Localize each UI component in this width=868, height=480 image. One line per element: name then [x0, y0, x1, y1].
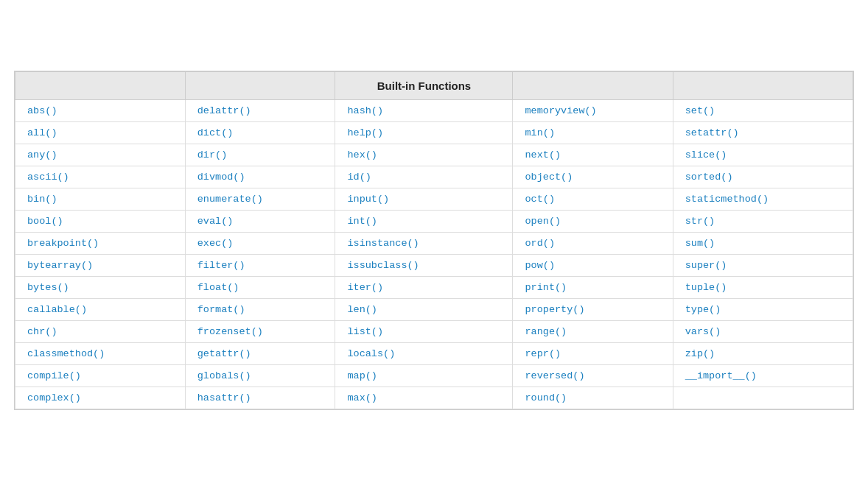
cell-r0-c4: set()	[673, 99, 853, 121]
cell-r7-c3: pow()	[513, 254, 673, 276]
cell-r4-c3: oct()	[513, 188, 673, 210]
cell-r12-c0: compile()	[15, 364, 186, 387]
cell-r7-c4: super()	[673, 254, 853, 276]
cell-r8-c1: float()	[185, 276, 335, 298]
cell-r12-c3: reversed()	[513, 364, 673, 387]
cell-r0-c3: memoryview()	[513, 99, 673, 121]
cell-r5-c0: bool()	[15, 210, 186, 232]
cell-r10-c2: list()	[335, 320, 513, 342]
cell-r6-c4: sum()	[673, 232, 853, 254]
table-row: bool()eval()int()open()str()	[15, 210, 853, 232]
cell-r8-c2: iter()	[335, 276, 513, 298]
cell-r5-c3: open()	[513, 210, 673, 232]
cell-r0-c2: hash()	[335, 99, 513, 121]
cell-r9-c4: type()	[673, 298, 853, 320]
cell-r7-c0: bytearray()	[15, 254, 186, 276]
cell-r2-c2: hex()	[335, 144, 513, 166]
builtin-functions-table: Built-in Functions abs()delattr()hash()m…	[14, 71, 854, 410]
cell-r11-c4: zip()	[673, 342, 853, 364]
table-row: abs()delattr()hash()memoryview()set()	[15, 99, 853, 121]
cell-r13-c4	[673, 387, 853, 409]
cell-r8-c3: print()	[513, 276, 673, 298]
table-row: all()dict()help()min()setattr()	[15, 121, 853, 144]
cell-r1-c4: setattr()	[673, 121, 853, 144]
cell-r1-c1: dict()	[185, 121, 335, 144]
cell-r13-c2: max()	[335, 387, 513, 409]
cell-r5-c1: eval()	[185, 210, 335, 232]
cell-r11-c0: classmethod()	[15, 342, 186, 364]
cell-r8-c0: bytes()	[15, 276, 186, 298]
table-row: chr()frozenset()list()range()vars()	[15, 320, 853, 342]
table-row: bytearray()filter()issubclass()pow()supe…	[15, 254, 853, 276]
cell-r12-c4: __import__()	[673, 364, 853, 387]
cell-r6-c3: ord()	[513, 232, 673, 254]
cell-r13-c3: round()	[513, 387, 673, 409]
cell-r4-c0: bin()	[15, 188, 186, 210]
header-col1	[15, 71, 186, 99]
table-row: bytes()float()iter()print()tuple()	[15, 276, 853, 298]
cell-r9-c0: callable()	[15, 298, 186, 320]
cell-r12-c2: map()	[335, 364, 513, 387]
table-row: bin()enumerate()input()oct()staticmethod…	[15, 188, 853, 210]
cell-r9-c1: format()	[185, 298, 335, 320]
cell-r2-c3: next()	[513, 144, 673, 166]
table-row: breakpoint()exec()isinstance()ord()sum()	[15, 232, 853, 254]
cell-r13-c0: complex()	[15, 387, 186, 409]
cell-r3-c2: id()	[335, 166, 513, 188]
table-row: classmethod()getattr()locals()repr()zip(…	[15, 342, 853, 364]
cell-r3-c1: divmod()	[185, 166, 335, 188]
table-header-row: Built-in Functions	[15, 71, 853, 99]
cell-r3-c4: sorted()	[673, 166, 853, 188]
cell-r4-c2: input()	[335, 188, 513, 210]
header-col5	[673, 71, 853, 99]
cell-r10-c0: chr()	[15, 320, 186, 342]
cell-r10-c1: frozenset()	[185, 320, 335, 342]
cell-r11-c3: repr()	[513, 342, 673, 364]
cell-r10-c4: vars()	[673, 320, 853, 342]
cell-r9-c2: len()	[335, 298, 513, 320]
cell-r0-c0: abs()	[15, 99, 186, 121]
table-row: complex()hasattr()max()round()	[15, 387, 853, 409]
cell-r5-c2: int()	[335, 210, 513, 232]
cell-r11-c1: getattr()	[185, 342, 335, 364]
table-row: compile()globals()map()reversed()__impor…	[15, 364, 853, 387]
cell-r5-c4: str()	[673, 210, 853, 232]
cell-r10-c3: range()	[513, 320, 673, 342]
header-title: Built-in Functions	[335, 71, 513, 99]
cell-r2-c4: slice()	[673, 144, 853, 166]
cell-r12-c1: globals()	[185, 364, 335, 387]
cell-r6-c0: breakpoint()	[15, 232, 186, 254]
table-row: callable()format()len()property()type()	[15, 298, 853, 320]
cell-r6-c2: isinstance()	[335, 232, 513, 254]
cell-r4-c1: enumerate()	[185, 188, 335, 210]
cell-r2-c1: dir()	[185, 144, 335, 166]
cell-r13-c1: hasattr()	[185, 387, 335, 409]
cell-r11-c2: locals()	[335, 342, 513, 364]
cell-r0-c1: delattr()	[185, 99, 335, 121]
cell-r1-c3: min()	[513, 121, 673, 144]
cell-r3-c3: object()	[513, 166, 673, 188]
table-row: ascii()divmod()id()object()sorted()	[15, 166, 853, 188]
cell-r7-c1: filter()	[185, 254, 335, 276]
cell-r1-c2: help()	[335, 121, 513, 144]
cell-r9-c3: property()	[513, 298, 673, 320]
cell-r4-c4: staticmethod()	[673, 188, 853, 210]
cell-r2-c0: any()	[15, 144, 186, 166]
cell-r3-c0: ascii()	[15, 166, 186, 188]
cell-r1-c0: all()	[15, 121, 186, 144]
header-col2	[185, 71, 335, 99]
table-row: any()dir()hex()next()slice()	[15, 144, 853, 166]
cell-r6-c1: exec()	[185, 232, 335, 254]
cell-r7-c2: issubclass()	[335, 254, 513, 276]
cell-r8-c4: tuple()	[673, 276, 853, 298]
header-col4	[513, 71, 673, 99]
